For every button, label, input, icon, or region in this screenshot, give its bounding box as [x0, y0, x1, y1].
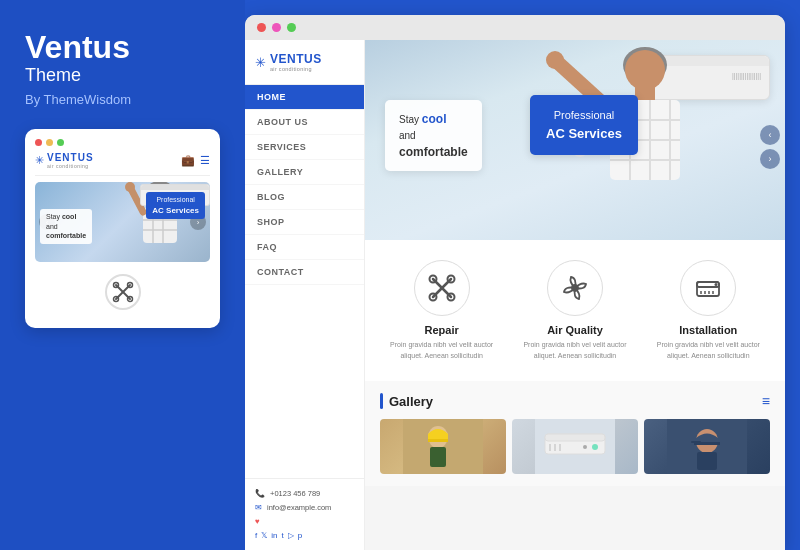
repair-tools-icon — [428, 274, 456, 302]
svg-point-8 — [125, 182, 135, 192]
desktop-hero-arrows: ‹ › — [760, 125, 780, 169]
heart-icon: ♥ — [255, 517, 260, 526]
gallery-thumb-2[interactable] — [512, 419, 638, 474]
service-repair-name: Repair — [425, 324, 459, 336]
installation-icon-circle — [680, 260, 736, 316]
pinterest-icon[interactable]: p — [298, 531, 302, 540]
phone-icon: 📞 — [255, 489, 265, 498]
desktop-hero: |||||||||||||||| — [365, 40, 785, 240]
gallery-menu-icon[interactable]: ≡ — [762, 393, 770, 409]
nav-item-about[interactable]: ABOUT US — [245, 110, 364, 135]
mobile-header: ✳ VENTUS air conditioning 💼 ☰ — [35, 152, 210, 176]
service-air-quality-desc: Proin gravida nibh vel velit auctor aliq… — [513, 340, 636, 361]
svg-point-16 — [625, 50, 665, 90]
facebook-icon[interactable]: f — [255, 531, 257, 540]
brand-by: By ThemeWisdom — [25, 92, 220, 107]
desktop-logo-tagline: air conditioning — [270, 66, 322, 72]
gallery-title: Gallery — [389, 394, 433, 409]
air-quality-icon — [561, 274, 589, 302]
desktop-sidebar: ✳ VENTUS air conditioning HOME ABOUT US … — [245, 40, 365, 550]
desktop-logo-star-icon: ✳ — [255, 55, 266, 70]
desktop-contact-section: 📞 +0123 456 789 ✉ info@example.com ♥ f 𝕏… — [245, 478, 364, 550]
contact-email: info@example.com — [267, 503, 331, 512]
gallery-person2-svg — [644, 419, 770, 474]
desktop-nav: HOME ABOUT US SERVICES GALLERY BLOG SHOP… — [245, 85, 364, 285]
nav-item-contact[interactable]: CONTACT — [245, 260, 364, 285]
nav-item-faq[interactable]: FAQ — [245, 235, 364, 260]
tools-icon-svg — [112, 281, 134, 303]
mobile-badge1-cool: cool — [62, 213, 76, 220]
hero-badge1-and: and — [399, 130, 416, 141]
desktop-titlebar — [245, 15, 785, 40]
mobile-dot-green — [57, 139, 64, 146]
nav-item-blog[interactable]: BLOG — [245, 185, 364, 210]
desktop-logo-name: VENTUS — [270, 52, 322, 66]
mobile-repair-section — [35, 268, 210, 318]
mobile-logo-text-wrap: VENTUS air conditioning — [47, 152, 94, 169]
desktop-logo-area: ✳ VENTUS air conditioning — [245, 40, 364, 85]
gallery-thumb-3-content — [644, 419, 770, 474]
gallery-thumb-1[interactable] — [380, 419, 506, 474]
desktop-content: ✳ VENTUS air conditioning HOME ABOUT US … — [245, 40, 785, 550]
service-repair-desc: Proin gravida nibh vel velit auctor aliq… — [380, 340, 503, 361]
gallery-indoor-svg — [512, 419, 638, 474]
nav-item-services[interactable]: SERVICES — [245, 135, 364, 160]
mobile-titlebar-dots — [35, 139, 210, 146]
hero-badge1-cool: cool — [422, 112, 447, 126]
service-air-quality-name: Air Quality — [547, 324, 603, 336]
hero-badge1-stay: Stay — [399, 114, 422, 125]
desktop-main: |||||||||||||||| — [365, 40, 785, 550]
linkedin-icon[interactable]: in — [271, 531, 277, 540]
mobile-preview: ✳ VENTUS air conditioning 💼 ☰ — [25, 129, 220, 328]
desktop-next-arrow[interactable]: › — [760, 149, 780, 169]
heart-row: ♥ — [255, 517, 354, 526]
gallery-thumb-2-content — [512, 419, 638, 474]
mobile-logo: ✳ VENTUS air conditioning — [35, 152, 94, 169]
mobile-badge1-stay: Stay — [46, 213, 62, 220]
svg-rect-48 — [545, 434, 605, 441]
email-icon: ✉ — [255, 503, 262, 512]
service-air-quality: Air Quality Proin gravida nibh vel velit… — [513, 260, 636, 361]
hero-badge2-ac: AC Services — [546, 124, 622, 144]
hamburger-icon[interactable]: ☰ — [200, 154, 210, 167]
svg-rect-17 — [635, 87, 655, 102]
svg-rect-58 — [697, 452, 717, 470]
svg-rect-44 — [428, 439, 448, 442]
tumblr-icon[interactable]: t — [281, 531, 283, 540]
mobile-badge1-comfortable: comfortable — [46, 232, 86, 239]
gallery-person1-svg — [380, 419, 506, 474]
svg-rect-45 — [430, 447, 446, 467]
left-panel: Ventus Theme By ThemeWisdom ✳ VENTUS air… — [0, 0, 245, 550]
gallery-thumb-1-content — [380, 419, 506, 474]
svg-point-41 — [715, 283, 718, 286]
desktop-hero-badge2: Professional AC Services — [530, 95, 638, 155]
svg-point-50 — [583, 445, 587, 449]
desktop-gallery-section: Gallery ≡ — [365, 381, 785, 486]
mobile-dot-yellow — [46, 139, 53, 146]
nav-item-shop[interactable]: SHOP — [245, 210, 364, 235]
youtube-icon[interactable]: ▷ — [288, 531, 294, 540]
contact-phone: +0123 456 789 — [270, 489, 320, 498]
air-quality-icon-circle — [547, 260, 603, 316]
nav-item-home[interactable]: HOME — [245, 85, 364, 110]
desktop-dot-red — [257, 23, 266, 32]
brand-subtitle: Theme — [25, 65, 220, 86]
service-installation-name: Installation — [679, 324, 737, 336]
mobile-badge2-professional: Professional — [152, 195, 199, 205]
svg-point-49 — [592, 444, 598, 450]
mobile-badge2-ac: AC Services — [152, 205, 199, 216]
mobile-hero: ‹ › Stay cool and comfortable Profession… — [35, 182, 210, 262]
gallery-grid — [380, 419, 770, 474]
service-repair: Repair Proin gravida nibh vel velit auct… — [380, 260, 503, 361]
installation-icon — [694, 274, 722, 302]
desktop-dot-green — [287, 23, 296, 32]
gallery-header: Gallery ≡ — [380, 393, 770, 409]
hero-badge1-comfortable: comfortable — [399, 145, 468, 159]
svg-point-26 — [546, 51, 564, 69]
nav-item-gallery[interactable]: GALLERY — [245, 160, 364, 185]
gallery-thumb-3[interactable] — [644, 419, 770, 474]
briefcase-icon[interactable]: 💼 — [181, 154, 195, 167]
repair-icon-circle — [414, 260, 470, 316]
twitter-icon[interactable]: 𝕏 — [261, 531, 267, 540]
desktop-prev-arrow[interactable]: ‹ — [760, 125, 780, 145]
